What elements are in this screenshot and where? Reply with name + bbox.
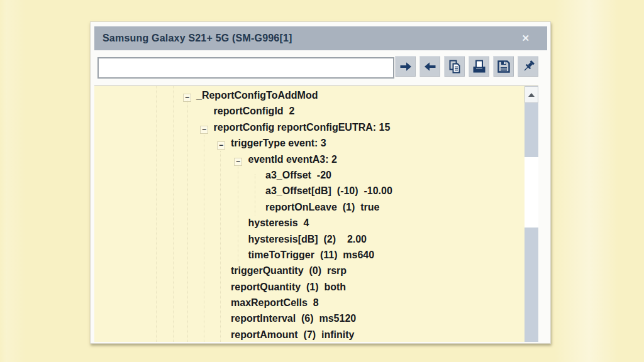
vertical-scrollbar[interactable] [525, 86, 538, 342]
tree-row[interactable]: reportConfigId 2 [94, 106, 538, 121]
copy-button[interactable] [444, 56, 465, 77]
tree-row-label: a3_Offset[dB] (-10) -10.00 [265, 185, 392, 196]
tree-row[interactable]: reportAmount (7) infinity [94, 329, 538, 342]
arrow-left-icon [423, 59, 438, 74]
desktop-background: Samsung Galaxy S21+ 5G (SM-G996[1] ✕ [0, 0, 644, 362]
tree-row-label: triggerQuantity (0) rsrp [231, 265, 347, 276]
find-previous-button[interactable] [419, 56, 440, 77]
device-message-window: Samsung Galaxy S21+ 5G (SM-G996[1] ✕ [90, 21, 551, 344]
tree-row[interactable]: −triggerType event: 3 [94, 138, 538, 153]
tree-expander-minus-icon[interactable]: − [183, 94, 191, 102]
tree-row-label: timeToTrigger (11) ms640 [248, 250, 375, 260]
tree-row[interactable]: −eventId eventA3: 2 [94, 154, 538, 170]
tree-row-label: _ReportConfigToAddMod [196, 90, 318, 101]
tree-row-label: reportConfig reportConfigEUTRA: 15 [214, 122, 391, 133]
tree-expander-minus-icon[interactable]: − [200, 126, 208, 134]
scroll-up-button[interactable] [525, 86, 538, 103]
tree-row[interactable]: reportQuantity (1) both [94, 282, 538, 297]
message-tree-panel: −_ReportConfigToAddModreportConfigId 2−r… [94, 85, 538, 342]
copy-icon [447, 59, 462, 74]
tree-row[interactable]: maxReportCells 8 [94, 297, 538, 313]
tree-row[interactable]: triggerQuantity (0) rsrp [94, 265, 538, 281]
window-titlebar[interactable]: Samsung Galaxy S21+ 5G (SM-G996[1] ✕ [94, 26, 547, 50]
tree-row[interactable]: −reportConfig reportConfigEUTRA: 15 [94, 122, 538, 138]
tree-row-label: hysteresis[dB] (2) 2.00 [248, 234, 367, 244]
tree-row-label: eventId eventA3: 2 [248, 154, 337, 165]
tree-row-label: a3_Offset -20 [265, 170, 331, 180]
window-title: Samsung Galaxy S21+ 5G (SM-G996[1] [103, 26, 292, 50]
tree-row[interactable]: reportInterval (6) ms5120 [94, 313, 538, 329]
toolbar-buttons [395, 56, 538, 77]
tree-row-label: reportConfigId 2 [214, 106, 295, 116]
tree-row-label: reportAmount (7) infinity [231, 329, 354, 340]
tree-row[interactable]: timeToTrigger (11) ms640 [94, 250, 538, 265]
pushpin-icon [521, 59, 536, 74]
tree-row[interactable]: a3_Offset[dB] (-10) -10.00 [94, 185, 538, 201]
tree-row-label: triggerType event: 3 [231, 138, 326, 148]
tree-row[interactable]: reportOnLeave (1) true [94, 202, 538, 217]
toolbar [94, 50, 538, 85]
tree-expander-minus-icon[interactable]: − [217, 141, 225, 150]
tree-row-label: maxReportCells 8 [231, 297, 319, 308]
print-button[interactable] [469, 56, 489, 77]
tree-row-label: reportOnLeave (1) true [265, 202, 379, 212]
arrow-right-icon [398, 59, 413, 74]
tree-row-label: hysteresis 4 [248, 217, 309, 228]
close-icon[interactable]: ✕ [521, 26, 530, 50]
message-tree: −_ReportConfigToAddModreportConfigId 2−r… [94, 86, 538, 342]
floppy-disk-icon [496, 59, 511, 74]
tree-row[interactable]: hysteresis 4 [94, 217, 538, 233]
tree-row[interactable]: a3_Offset -20 [94, 170, 538, 185]
tree-row[interactable]: −_ReportConfigToAddMod [94, 90, 538, 106]
save-button[interactable] [493, 56, 514, 77]
scrollbar-thumb[interactable] [525, 157, 538, 228]
tree-row[interactable]: hysteresis[dB] (2) 2.00 [94, 234, 538, 250]
pin-button[interactable] [518, 56, 538, 77]
tree-expander-minus-icon[interactable]: − [234, 158, 242, 166]
tree-row-label: reportInterval (6) ms5120 [231, 313, 356, 324]
scroll-up-arrow-icon [528, 93, 535, 97]
printer-icon [472, 59, 487, 74]
tree-row-label: reportQuantity (1) both [231, 282, 346, 292]
search-input[interactable] [97, 57, 394, 79]
find-next-button[interactable] [395, 56, 416, 77]
